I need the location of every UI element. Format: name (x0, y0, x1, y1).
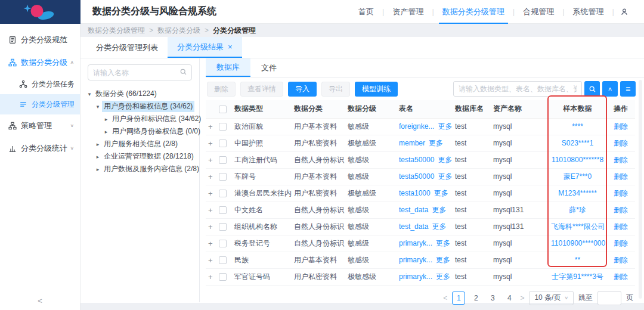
nav-item-asset-management[interactable]: 资产管理 (384, 0, 432, 24)
caret-down-icon[interactable]: ▾ (85, 91, 94, 97)
tree-node[interactable]: ▸ 企业运营管理数据 (28/1218) (80, 150, 199, 163)
row-checkbox[interactable] (219, 223, 227, 231)
delete-link[interactable]: 删除 (614, 239, 628, 247)
nav-item-data-classification-management[interactable]: 数据分类分级管理 (434, 0, 513, 24)
delete-link[interactable]: 删除 (614, 206, 628, 214)
prev-page-button[interactable]: < (443, 294, 447, 302)
delete-link[interactable]: 删除 (614, 222, 628, 231)
table-name-link[interactable]: primaryk... (399, 272, 432, 281)
caret-right-icon[interactable]: ▸ (94, 154, 102, 160)
page-size-select[interactable]: 10 条/页∨ (529, 291, 574, 305)
caret-right-icon[interactable]: ▸ (94, 166, 102, 172)
more-link[interactable]: 更多 (432, 222, 446, 231)
collapse-filter-button[interactable]: ∧ (602, 81, 618, 97)
more-link[interactable]: 更多 (436, 239, 450, 247)
caret-down-icon[interactable]: ▾ (94, 104, 102, 110)
expand-row-button[interactable]: + (208, 172, 213, 181)
page-number-1[interactable]: 1 (452, 292, 465, 305)
tree-node[interactable]: ▸ 用户网络身份鉴权信息 (0/0) (80, 125, 199, 138)
expand-row-button[interactable]: + (208, 256, 213, 265)
tree-node[interactable]: ▸ 用户身份和标识信息 (34/62) (80, 113, 199, 125)
table-name-link[interactable]: testa50000 (399, 156, 434, 164)
tree-node[interactable]: ▸ 用户服务相关信息 (2/8) (80, 138, 199, 150)
row-checkbox[interactable] (219, 256, 227, 264)
sidebar-item-spec[interactable]: 分类分级规范 (0, 29, 80, 51)
sub-tab-file[interactable]: 文件 (250, 58, 287, 77)
caret-right-icon[interactable]: ▸ (102, 116, 110, 122)
row-checkbox[interactable] (219, 273, 227, 281)
delete-link[interactable]: 删除 (614, 272, 628, 281)
column-settings-button[interactable]: ≡ (620, 81, 636, 97)
more-link[interactable]: 更多 (436, 256, 450, 264)
table-search-input[interactable] (453, 81, 582, 97)
breadcrumb-item[interactable]: 数据分类分级 (157, 26, 200, 36)
sidebar-item-statistics[interactable]: 分类分级统计 ∨ (0, 137, 80, 160)
sidebar-item-data-classification[interactable]: 数据分类分级 ∧ (0, 51, 80, 74)
row-checkbox[interactable] (219, 123, 227, 131)
more-link[interactable]: 更多 (429, 139, 443, 147)
table-name-link[interactable]: primaryk... (399, 256, 432, 264)
close-icon[interactable]: × (228, 42, 233, 51)
delete-link[interactable]: 删除 (614, 122, 628, 131)
user-icon[interactable] (614, 8, 634, 16)
delete-link[interactable]: 删除 (614, 172, 628, 181)
row-checkbox[interactable] (219, 156, 227, 164)
nav-item-home[interactable]: 首页 (350, 0, 382, 24)
delete-link[interactable]: 删除 (614, 139, 628, 147)
scrollbar-track[interactable] (639, 80, 642, 299)
tree-node[interactable]: ▾ 用户身份和鉴权信息 (34/62) (80, 100, 199, 113)
page-number-3[interactable]: 3 (487, 294, 499, 302)
table-name-link[interactable]: testa1000 (399, 189, 431, 197)
tree-search-input[interactable] (88, 64, 192, 80)
expand-row-button[interactable]: + (208, 222, 213, 231)
delete-link[interactable]: 删除 (614, 256, 628, 264)
expand-row-button[interactable]: + (208, 156, 213, 165)
next-page-button[interactable]: > (520, 294, 524, 302)
row-checkbox[interactable] (219, 240, 227, 247)
table-name-link[interactable]: test_data (399, 206, 428, 214)
expand-row-button[interactable]: + (208, 189, 213, 198)
delete-link[interactable]: 删除 (614, 156, 628, 164)
nav-item-system-management[interactable]: 系统管理 (565, 0, 612, 24)
export-button[interactable]: 导出 (321, 82, 350, 97)
nav-item-compliance-management[interactable]: 合规管理 (515, 0, 562, 24)
table-name-link[interactable]: primaryk... (399, 239, 432, 247)
sidebar-collapse-button[interactable]: < (0, 296, 80, 305)
more-link[interactable]: 更多 (438, 156, 452, 164)
view-detail-button[interactable]: 查看详情 (240, 82, 283, 97)
more-link[interactable]: 更多 (432, 206, 446, 214)
table-name-link[interactable]: member (399, 139, 425, 147)
delete-button[interactable]: 删除 (207, 82, 236, 97)
sidebar-item-task[interactable]: 分类分级任务 (0, 74, 80, 94)
row-checkbox[interactable] (219, 206, 227, 214)
row-checkbox[interactable] (219, 173, 227, 181)
delete-link[interactable]: 删除 (614, 189, 628, 197)
more-link[interactable]: 更多 (438, 122, 452, 131)
table-name-link[interactable]: test_data (399, 222, 428, 231)
more-link[interactable]: 更多 (436, 272, 450, 281)
search-button[interactable] (584, 81, 600, 97)
table-name-link[interactable]: testa50000 (399, 172, 434, 181)
sidebar-item-strategy[interactable]: 策略管理 ∨ (0, 114, 80, 137)
tree-node[interactable]: ▸ 用户数据及服务内容信息 (2/8) (80, 163, 199, 175)
select-all-checkbox[interactable] (219, 106, 227, 113)
sidebar-item-management[interactable]: 分类分级管理 (0, 94, 80, 114)
import-button[interactable]: 导入 (288, 82, 317, 97)
caret-right-icon[interactable]: ▸ (102, 129, 110, 135)
model-train-button[interactable]: 模型训练 (355, 82, 398, 97)
caret-right-icon[interactable]: ▸ (94, 141, 102, 147)
tab-classification-result[interactable]: 分类分级结果× (168, 37, 242, 58)
page-number-4[interactable]: 4 (503, 294, 515, 302)
expand-row-button[interactable]: + (208, 206, 213, 215)
table-name-link[interactable]: foreignke... (399, 122, 434, 131)
expand-row-button[interactable]: + (208, 272, 213, 281)
expand-row-button[interactable]: + (208, 239, 213, 248)
expand-row-button[interactable]: + (208, 139, 213, 148)
jump-page-input[interactable] (597, 291, 621, 305)
row-checkbox[interactable] (219, 190, 227, 197)
expand-row-button[interactable]: + (208, 122, 213, 131)
tab-management-list[interactable]: 分类分级管理列表 (86, 37, 168, 58)
tree-node[interactable]: ▾ 数据分类 (66/1224) (80, 88, 199, 100)
more-link[interactable]: 更多 (438, 172, 452, 181)
breadcrumb-item[interactable]: 数据分类分级管理 (88, 26, 145, 36)
